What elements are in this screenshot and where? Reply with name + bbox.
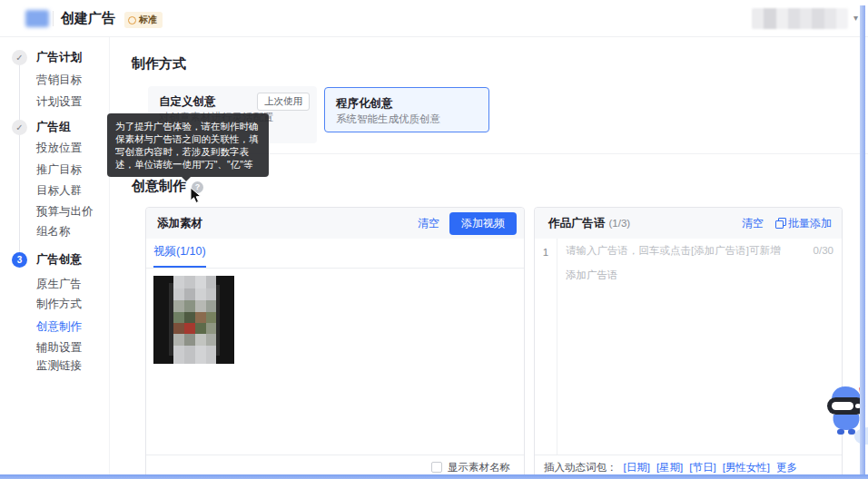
create-ad-page: 创建广告 标准 ▾ ✓ 广告计划 营销目标 计划设置 ✓ 广告组 投放位置 推广… [0, 0, 868, 479]
check-icon: ✓ [12, 120, 27, 135]
right-edge-strip [860, 5, 865, 479]
slogan-panel: 作品广告语 (1/3) 清空 批量添加 1 0/30 添加广告语 插入动态词包：… [534, 207, 843, 479]
medal-icon [128, 16, 136, 24]
bottom-edge-strip [0, 474, 868, 479]
material-tabs: 视频(1/10) [146, 239, 524, 269]
slogan-input[interactable] [566, 245, 793, 256]
step-connector-line [19, 57, 20, 259]
check-icon: ✓ [12, 50, 27, 65]
top-bar: 创建广告 标准 ▾ [0, 0, 868, 37]
slogan-count: (1/3) [609, 218, 631, 229]
card-programmatic-creative[interactable]: 程序化创意 系统智能生成优质创意 [324, 87, 489, 132]
help-tooltip: 为了提升广告体验，请在制作时确保素材与广告语之间的关联性，填写创意内容时，若涉及… [107, 113, 269, 177]
slogan-row-number: 1 [535, 239, 557, 455]
wordpack-gender[interactable]: [男性女性] [723, 461, 770, 474]
topbar-divider [53, 11, 54, 26]
mouse-cursor-icon [190, 187, 202, 204]
tab-video[interactable]: 视频(1/10) [153, 244, 206, 268]
clear-materials-link[interactable]: 清空 [418, 216, 439, 231]
add-material-panel: 添加素材 清空 添加视频 视频(1/10) 显示素材名称 [145, 207, 525, 479]
wordpack-date[interactable]: [日期] [624, 461, 650, 474]
last-used-tag: 上次使用 [257, 93, 310, 111]
show-material-name-checkbox[interactable] [431, 462, 442, 473]
slogan-panel-title: 作品广告语 [548, 216, 606, 231]
batch-add-icon [775, 218, 785, 228]
standard-badge: 标准 [124, 12, 163, 28]
wordpack-week[interactable]: [星期] [656, 461, 683, 474]
step-number-badge: 3 [12, 252, 27, 268]
add-video-button[interactable]: 添加视频 [449, 212, 517, 235]
badge-label: 标准 [139, 14, 157, 26]
section-title-production-method: 制作方式 [132, 55, 186, 73]
material-panel-header: 添加素材 清空 添加视频 [146, 208, 524, 239]
add-slogan-link[interactable]: 添加广告语 [566, 269, 618, 282]
show-material-name-label: 显示素材名称 [448, 461, 510, 474]
wordpack-label: 插入动态词包： [544, 461, 617, 474]
char-counter: 0/30 [814, 245, 833, 256]
chevron-down-icon[interactable]: ▾ [853, 13, 858, 23]
wordpack-festival[interactable]: [节日] [689, 461, 715, 474]
app-logo [25, 10, 49, 27]
material-panel-title: 添加素材 [157, 216, 202, 231]
clear-slogans-link[interactable]: 清空 [742, 216, 764, 231]
user-account-blurred[interactable] [752, 8, 848, 29]
batch-add-link[interactable]: 批量添加 [775, 216, 832, 231]
wordpack-more-link[interactable]: 更多 [776, 461, 797, 474]
steps-sidebar: ✓ 广告计划 营销目标 计划设置 ✓ 广告组 投放位置 推广目标 目标人群 预算… [0, 37, 110, 479]
page-title: 创建广告 [61, 10, 115, 27]
video-thumbnail[interactable] [153, 276, 234, 364]
slogan-panel-header: 作品广告语 (1/3) 清空 批量添加 [535, 208, 842, 239]
